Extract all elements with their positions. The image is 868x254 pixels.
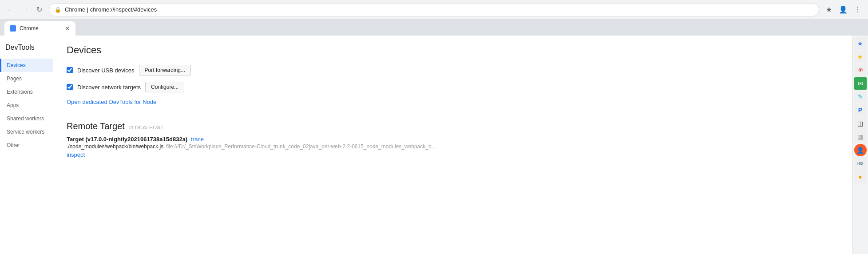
discover-usb-checkbox[interactable] — [67, 67, 73, 73]
tab-close-button[interactable]: ✕ — [65, 25, 70, 32]
tab-favicon — [10, 25, 16, 32]
forward-button[interactable]: → — [19, 4, 31, 16]
toolbar-actions: ★ 👤 ⋮ — [823, 4, 864, 16]
ext-star-button[interactable]: ★ — [854, 37, 867, 50]
remote-target-header: Remote Target #LOCALHOST — [67, 121, 839, 131]
discover-usb-row: Discover USB devices Port forwarding... — [67, 65, 839, 75]
configure-button[interactable]: Configure... — [145, 82, 184, 92]
ext-grid-button[interactable]: ◫ — [854, 117, 867, 130]
bookmark-button[interactable]: ★ — [823, 4, 835, 16]
remote-target-hash: #LOCALHOST — [129, 125, 164, 130]
address-bar[interactable]: 🔒 Chrome | chrome://inspect/#devices — [49, 3, 819, 16]
tab-bar: Chrome ✕ — [0, 20, 868, 36]
target-file-full: file:///D:/_StsWorkplace_Performance-Clo… — [166, 143, 436, 150]
nav-buttons: ← → ↻ — [4, 4, 45, 16]
sidebar-item-service-workers[interactable]: Service workers — [0, 125, 53, 139]
tab-title: Chrome — [20, 25, 39, 32]
target-name: Target (v17.0.0-nightly2021061738a15d832… — [67, 136, 187, 143]
sidebar-title: DevTools — [0, 40, 53, 59]
ext-eye-button[interactable]: 👁 — [854, 64, 867, 76]
discover-usb-label: Discover USB devices — [77, 67, 135, 74]
ext-orange-star-button[interactable]: ★ — [854, 51, 867, 63]
url-text: Chrome | chrome://inspect/#devices — [65, 6, 813, 13]
port-forwarding-button[interactable]: Port forwarding... — [139, 65, 191, 75]
url-app-name: Chrome | chrome://inspect/#devices — [65, 6, 157, 13]
ext-teal-button[interactable]: ✎ — [854, 91, 867, 103]
target-inspect-link[interactable]: inspect — [67, 151, 85, 158]
sidebar: DevTools Devices Pages Extensions Apps S… — [0, 36, 53, 254]
sidebar-item-shared-workers[interactable]: Shared workers — [0, 112, 53, 125]
browser-toolbar: ← → ↻ 🔒 Chrome | chrome://inspect/#devic… — [0, 0, 868, 20]
active-tab[interactable]: Chrome ✕ — [4, 21, 75, 36]
sidebar-item-other[interactable]: Other — [0, 139, 53, 152]
ext-hd-button[interactable]: HD — [854, 157, 867, 170]
page-title: Devices — [67, 44, 839, 56]
sidebar-item-extensions[interactable]: Extensions — [0, 85, 53, 99]
ext-community-button[interactable]: ● — [854, 171, 867, 183]
right-sidebar: ★ ★ 👁 ✉ ✎ P ◫ ▦ 👤 HD ● — [852, 36, 868, 254]
profile-button[interactable]: 👤 — [837, 4, 849, 16]
remote-target-title: Remote Target — [67, 121, 125, 131]
target-url-row: ./node_modules/webpack/bin/webpack.js fi… — [67, 143, 839, 150]
target-item: Target (v17.0.0-nightly2021061738a15d832… — [67, 136, 839, 158]
ext-mail-button[interactable]: ✉ — [854, 77, 867, 90]
discover-network-row: Discover network targets Configure... — [67, 82, 839, 92]
sidebar-item-pages[interactable]: Pages — [0, 72, 53, 85]
ext-avatar-button[interactable]: 👤 — [854, 144, 867, 156]
discover-network-checkbox[interactable] — [67, 84, 73, 90]
target-trace-link[interactable]: trace — [191, 136, 204, 143]
main-content: DevTools Devices Pages Extensions Apps S… — [0, 36, 868, 254]
sidebar-item-apps[interactable]: Apps — [0, 99, 53, 112]
reload-button[interactable]: ↻ — [33, 4, 45, 16]
target-name-row: Target (v17.0.0-nightly2021061738a15d832… — [67, 136, 839, 143]
discover-network-label: Discover network targets — [77, 84, 141, 91]
ext-p-button[interactable]: P — [854, 104, 867, 116]
ext-gray-button[interactable]: ▦ — [854, 131, 867, 143]
target-file-short: ./node_modules/webpack/bin/webpack.js — [67, 143, 163, 150]
open-devtools-link[interactable]: Open dedicated DevTools for Node — [67, 99, 156, 105]
back-button[interactable]: ← — [4, 4, 17, 16]
page-content: Devices Discover USB devices Port forwar… — [53, 36, 852, 254]
sidebar-item-devices[interactable]: Devices — [0, 59, 53, 72]
lock-icon: 🔒 — [55, 7, 61, 13]
menu-button[interactable]: ⋮ — [851, 4, 864, 16]
